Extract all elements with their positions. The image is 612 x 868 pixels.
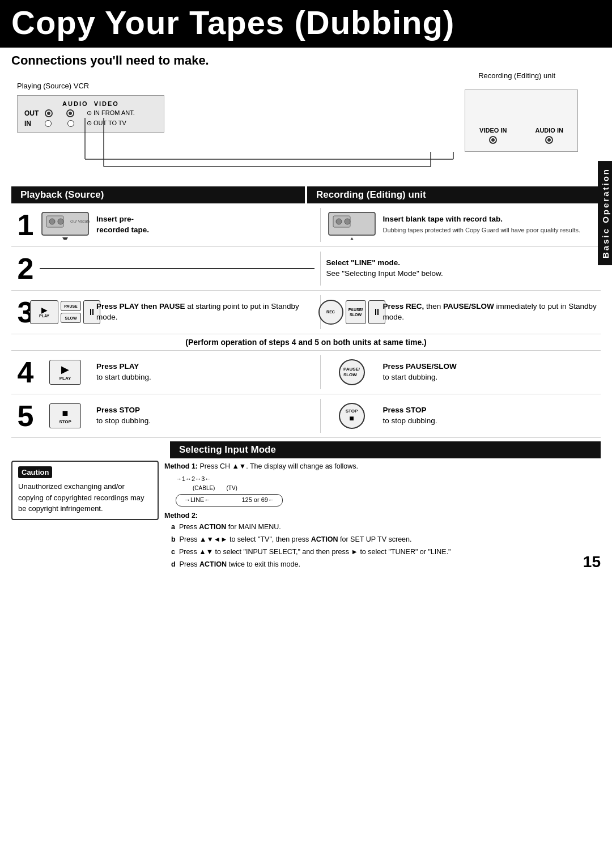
vcr-box: AUDIO VIDEO OUT ⊙ IN FROM ANT. IN ⊙ OUT … bbox=[17, 95, 164, 133]
step-5-row: 5 ■ STOP Press STOP to stop dubbing. bbox=[11, 394, 601, 438]
step-5-left: ■ STOP Press STOP to stop dubbing. bbox=[40, 399, 320, 433]
in-label: IN bbox=[24, 120, 41, 127]
pause-label-btn: PAUSE bbox=[61, 301, 81, 311]
step-1-left-text: Insert pre-recorded tape. bbox=[96, 214, 149, 236]
play-btn-icon: ▶ PLAY bbox=[30, 300, 58, 324]
selecting-input-details: Method 1: Press CH ▲▼. The display will … bbox=[164, 461, 601, 571]
steps-container: 1 Our Vacation Insert pre- bbox=[11, 203, 601, 438]
step-c-key: c bbox=[171, 548, 175, 556]
method2-steps: a Press ACTION for MAIN MENU. b Press ▲▼… bbox=[164, 521, 601, 570]
step-1-left: Our Vacation Insert pre-recorded tape. bbox=[40, 208, 320, 242]
pause-slow-btn-4: PAUSE/SLOW bbox=[339, 359, 365, 385]
caution-box: Caution Unauthorized exchanging and/or c… bbox=[11, 461, 159, 520]
main-content: Connections you'll need to make. Recordi… bbox=[0, 48, 612, 577]
step-3-pause-slow-bold: PAUSE/SLOW bbox=[443, 302, 494, 310]
step-1-right: Insert blank tape with record tab. Dubbi… bbox=[320, 208, 601, 242]
step-5-right-text: Press STOP to stop dubbing. bbox=[383, 405, 437, 427]
caution-text: Unauthorized exchanging and/or copying o… bbox=[18, 481, 152, 514]
step-4-left-img: ▶ PLAY bbox=[40, 356, 91, 388]
step-4-right-img: PAUSE/SLOW bbox=[326, 356, 377, 388]
section-headers: Playback (Source) Recording (Editing) un… bbox=[11, 186, 601, 203]
audio-in-port-rec bbox=[545, 136, 553, 144]
step-4-row: 4 ▶ PLAY Press PLAY to start dubbing. bbox=[11, 351, 601, 394]
svg-text:Our Vacation: Our Vacation bbox=[70, 219, 90, 223]
method2-step-b: b Press ▲▼◄► to select "TV", then press … bbox=[171, 534, 601, 545]
in-from-ant-label: ⊙ IN FROM ANT. bbox=[87, 109, 135, 117]
cable-label: (CABLE) bbox=[193, 484, 215, 493]
rec-unit-box: VIDEO IN AUDIO IN bbox=[465, 90, 578, 152]
rec-box-inner: VIDEO IN AUDIO IN bbox=[465, 90, 578, 152]
svg-marker-11 bbox=[62, 237, 68, 240]
step-3-right: REC PAUSE/SLOW ⏸ Press REC, then PAUSE/S… bbox=[320, 295, 601, 329]
svg-point-9 bbox=[58, 219, 63, 224]
step-4-number: 4 bbox=[11, 355, 40, 389]
play-arrow-4: ▶ bbox=[61, 363, 69, 376]
channel-sequence-row: →1↔2↔3← bbox=[176, 474, 601, 484]
method2-step-c: c Press ▲▼ to select "INPUT SELECT," and… bbox=[171, 546, 601, 558]
playback-source-header: Playback (Source) bbox=[11, 186, 305, 203]
out-to-tv-label: ⊙ OUT TO TV bbox=[87, 120, 126, 127]
recording-editing-header: Recording (Editing) unit bbox=[307, 186, 601, 203]
video-in-label: VIDEO IN bbox=[479, 127, 507, 134]
play-triangle: ▶ bbox=[41, 306, 48, 314]
pause-slow-label: PAUSE/ bbox=[348, 308, 363, 312]
rec-label: REC bbox=[326, 310, 335, 314]
pause-slow-btn-right: PAUSE/SLOW bbox=[346, 300, 366, 324]
page-header: Copy Your Tapes (Dubbing) bbox=[0, 0, 612, 48]
svg-point-15 bbox=[345, 219, 350, 224]
tape-cassette-icon: Our Vacation bbox=[41, 210, 90, 240]
rec-ports: VIDEO IN AUDIO IN bbox=[465, 90, 577, 151]
rec-btn-icon: REC bbox=[318, 300, 343, 325]
stop-square-5-right: ■ bbox=[349, 414, 354, 423]
step-a-key: a bbox=[171, 523, 175, 531]
step-1-left-bold: Insert pre-recorded tape. bbox=[96, 215, 149, 234]
play-text-4: PLAY bbox=[60, 376, 71, 381]
step-2-subtext: See "Selecting Input Mode" below. bbox=[326, 269, 443, 278]
svg-point-8 bbox=[49, 219, 55, 224]
slow-label: SLOW bbox=[350, 313, 362, 317]
step-3-row: 3 ▶ PLAY PAUSE SLOW bbox=[11, 291, 601, 334]
step-b-key: b bbox=[171, 535, 176, 543]
step-1-number: 1 bbox=[11, 208, 40, 242]
video-in-col: VIDEO IN bbox=[479, 127, 507, 146]
step-2-right: Select "LINE" mode. See "Selecting Input… bbox=[320, 252, 601, 286]
method1-label: Method 1: Press CH ▲▼. The display will … bbox=[164, 461, 601, 472]
step-3-right-img: REC PAUSE/SLOW ⏸ bbox=[326, 296, 377, 328]
svg-point-14 bbox=[336, 219, 342, 224]
step-5-right: STOP ■ Press STOP to stop dubbing. bbox=[320, 399, 601, 433]
action-bold-b: ACTION bbox=[311, 535, 338, 543]
svg-marker-16 bbox=[349, 237, 355, 240]
step-5-left-bold: Press STOP bbox=[96, 406, 140, 414]
slow-label-btn: SLOW bbox=[61, 313, 81, 323]
step-5-number: 5 bbox=[11, 399, 40, 433]
caution-area: Caution Unauthorized exchanging and/or c… bbox=[11, 461, 159, 571]
selecting-input-header-row: Selecting Input Mode bbox=[11, 441, 601, 458]
pause-slow-group: PAUSE SLOW bbox=[61, 301, 81, 323]
out-row: OUT ⊙ IN FROM ANT. bbox=[24, 109, 157, 117]
sidebar-label: Basic Operation bbox=[598, 161, 612, 265]
step-3-right-bold: Press REC, bbox=[383, 302, 424, 310]
stop-text-5-right: STOP bbox=[346, 409, 358, 414]
step-2-bold: Select "LINE" mode. bbox=[326, 258, 401, 267]
video-in-port bbox=[67, 120, 74, 127]
play-label: PLAY bbox=[39, 314, 49, 318]
ch-arrow1: →1↔2↔3← bbox=[176, 474, 211, 484]
out-label: OUT bbox=[24, 109, 41, 117]
vcr-box-inner: AUDIO VIDEO OUT ⊙ IN FROM ANT. IN ⊙ OUT … bbox=[17, 95, 164, 133]
audio-in-col: AUDIO IN bbox=[535, 127, 563, 146]
page-number: 15 bbox=[583, 553, 601, 571]
audio-in-port bbox=[45, 120, 52, 127]
channel-diagram: →1↔2↔3← (CABLE) (TV) →LINE← 125 or 69← bbox=[176, 474, 601, 508]
stop-label-5-left: STOP bbox=[59, 419, 71, 424]
connections-title: Connections you'll need to make. bbox=[11, 53, 601, 68]
selecting-input-content: Caution Unauthorized exchanging and/or c… bbox=[11, 461, 601, 571]
in-row: IN ⊙ OUT TO TV bbox=[24, 120, 157, 127]
step-5-right-img: STOP ■ bbox=[326, 400, 377, 432]
caution-label: Caution bbox=[18, 466, 52, 479]
tv-label: (TV) bbox=[226, 484, 237, 493]
method2-step-a: a Press ACTION for MAIN MENU. bbox=[171, 521, 601, 533]
action-bold-d: ACTION bbox=[199, 560, 227, 568]
step-1-left-img: Our Vacation bbox=[40, 209, 91, 241]
diagram-area: Recording (Editing) unit Playing (Source… bbox=[11, 71, 601, 182]
step-4-left-bold: Press PLAY bbox=[96, 362, 139, 371]
